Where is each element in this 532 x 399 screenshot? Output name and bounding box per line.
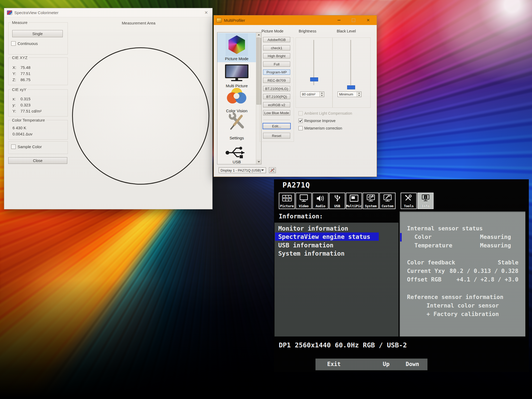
response-improve-checkbox[interactable] [298, 119, 303, 123]
system-gear-icon [365, 194, 376, 203]
xyz-x-key: X: [13, 65, 20, 70]
metamerism-checkbox[interactable] [298, 126, 303, 130]
color-temperature-label: Color Temperature [11, 118, 46, 122]
osd-tab-label: USB [334, 204, 340, 208]
measurement-area-label: Measurement Area [92, 21, 185, 25]
continuous-checkbox[interactable] [11, 41, 16, 46]
osd-section-title: Information: [279, 213, 323, 220]
sensor-color-row: Color Measuring [414, 234, 518, 240]
osd-tab-audio: Audio [312, 193, 329, 209]
sidebar-item-settings[interactable]: Settings [217, 111, 256, 140]
sample-color-label: Sample Color [18, 144, 42, 149]
osd-tab-label: MultiPic [346, 204, 362, 208]
scroll-up-icon[interactable] [256, 32, 261, 37]
sensor-temp-row: Temperature Measuring [414, 242, 518, 249]
black-level-slider-handle[interactable] [347, 85, 355, 89]
sample-color-checkbox[interactable] [11, 144, 16, 149]
gamut-hexagon-icon [226, 34, 248, 56]
minimize-button[interactable] [333, 15, 345, 25]
osd-key-guide-bar: Exit Up Down [315, 359, 427, 370]
sensor-temp-label: Temperature [414, 242, 452, 249]
sidebar-item-label: Picture Mode [217, 56, 256, 61]
sidebar-item-picture-mode[interactable]: Picture Mode [217, 33, 256, 62]
osd-menu-item-usb-info: USB information [278, 242, 334, 249]
spin-down-icon[interactable] [320, 94, 324, 97]
close-button[interactable]: Close [8, 157, 67, 164]
black-level-spinbox[interactable]: Minimum [338, 92, 361, 97]
rgb-letter-b: B [289, 197, 291, 200]
picture-mode-rec-bt709-button[interactable]: REC-Bt709 [263, 78, 290, 83]
osd-tab-info: i Info [417, 193, 434, 209]
sidebar-item-label: Multi Picture [217, 84, 256, 88]
rgb-letter-r: R [283, 197, 285, 200]
reference-sensor-line2: + Factory calibration [407, 311, 518, 317]
picture-mode-ecirgb-button[interactable]: eciRGB v2 [263, 102, 290, 107]
picture-mode-low-blue-button[interactable]: Low Blue Mode [263, 110, 290, 115]
picture-mode-column-label: Picture Mode [261, 29, 283, 33]
black-level-slider-track[interactable] [350, 40, 351, 85]
xyz-y-value: 77.51 [20, 71, 31, 76]
offset-rgb-row: Offset RGB +4.1 / +2.8 / +3.0 [407, 276, 518, 283]
picture-mode-program-mp-button[interactable]: Program-MP [263, 69, 290, 75]
picture-mode-check1-button[interactable]: check1 [263, 45, 290, 51]
osd-menu-item-spectraview-status: SpectraView engine status [278, 233, 370, 240]
cie-xyy-group: CIE xyY x:0.315 y:0.323 Y:77.51 cd/m² [8, 89, 68, 117]
single-measure-button[interactable]: Single [12, 30, 63, 37]
sensor-color-label: Color [414, 234, 432, 240]
picture-mode-high-bright-button[interactable]: High Bright [263, 53, 290, 59]
cie-xyz-group: CIE XYZ X:75.48 Y:77.51 Z:86.75 [8, 57, 68, 85]
reference-sensor-title: Reference sensor information [407, 294, 518, 300]
spin-up-icon[interactable] [320, 92, 324, 94]
spin-down-icon[interactable] [357, 94, 361, 97]
sidebar-item-multi-picture[interactable]: Multi Picture [217, 64, 256, 89]
picture-mode-full-button[interactable]: Full [263, 61, 290, 67]
osd-tab-label: Picture [280, 204, 294, 208]
picture-mode-adobergb-button[interactable]: AdobeRGB [263, 37, 290, 42]
close-icon[interactable]: ✕ [203, 10, 210, 15]
measure-group: Measure [8, 22, 68, 55]
reset-button[interactable]: Reset [263, 133, 290, 139]
spectraview-titlebar[interactable]: SpectraView Colorimeter ✕ [4, 8, 212, 17]
xyz-x-row: X:75.48 [13, 65, 31, 70]
osd-key-up: Up [383, 361, 389, 367]
spectraview-colorimeter-window: SpectraView Colorimeter ✕ Measure Single… [4, 8, 213, 209]
multiprofiler-sidebar: Picture Mode Multi Picture Color Vision … [217, 32, 261, 164]
tools-icon [404, 194, 414, 203]
usb-icon [332, 194, 343, 203]
brightness-value: 80 cd/m² [301, 92, 319, 96]
osd-model-title: PA271Q [282, 181, 310, 189]
picture-mode-bt2100pq-button[interactable]: BT.2100(PQ) [263, 94, 290, 99]
close-button[interactable]: ✕ [362, 15, 374, 25]
multi-picture-icon [349, 194, 359, 203]
osd-tab-video: Video [296, 193, 312, 209]
sidebar-item-usb[interactable]: USB [217, 145, 256, 164]
rgb-picture-icon: R G B [282, 194, 292, 203]
sidebar-item-color-vision[interactable]: Color Vision [217, 88, 256, 113]
cie-xyy-label: CIE xyY [11, 87, 28, 92]
window-title: SpectraView Colorimeter [14, 10, 59, 15]
cie-xyz-label: CIE XYZ [11, 55, 29, 60]
usb-trident-icon [225, 145, 249, 159]
picture-mode-bt2100hlg-button[interactable]: BT.2100(HLG) [263, 86, 290, 91]
osd-tab-label: System [365, 204, 377, 208]
maximize-button[interactable] [348, 15, 359, 25]
ambient-light-checkbox[interactable] [298, 111, 303, 115]
current-yxy-row: Current Yxy 80.2 / 0.313 / 0.328 [407, 268, 518, 274]
xyz-y-row: Y:77.51 [13, 71, 31, 76]
edit-button[interactable]: Edit... [263, 123, 291, 129]
spin-up-icon[interactable] [357, 92, 361, 94]
osd-tab-label: Video [299, 204, 309, 208]
brightness-spinbox[interactable]: 80 cd/m² [300, 92, 324, 97]
osd-tab-label: Info [422, 204, 429, 208]
wrench-screwdriver-icon [226, 111, 248, 133]
close-icon: ✕ [367, 18, 370, 23]
display-selector-dropdown[interactable]: Display 1 - PA271Q (USB) [219, 167, 266, 173]
maximize-icon [352, 18, 355, 22]
osd-tab-system: System [363, 193, 379, 209]
brightness-slider-handle[interactable] [310, 77, 318, 81]
sidebar-item-label: USB [217, 160, 256, 164]
display-settings-button[interactable] [269, 167, 276, 173]
black-level-group-box [332, 38, 371, 108]
scroll-down-icon[interactable] [256, 160, 261, 164]
osd-tab-picture: R G B Picture [279, 193, 295, 209]
